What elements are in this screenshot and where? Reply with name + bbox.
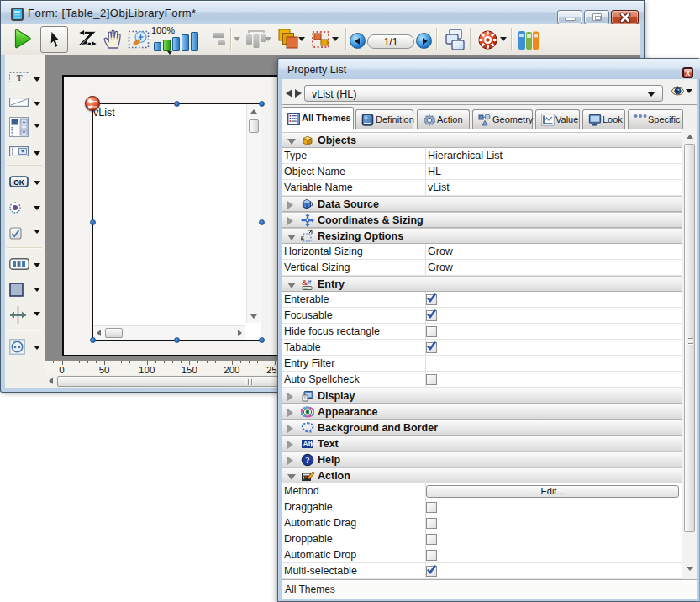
section-objects[interactable]: Objects	[282, 132, 682, 148]
tab-look[interactable]: Look	[582, 109, 625, 129]
minimize-button[interactable]	[557, 10, 582, 24]
next-object-button[interactable]	[295, 89, 302, 98]
palette-listbox-tool[interactable]	[5, 256, 45, 276]
tab-all-themes[interactable]: All Themes	[282, 107, 354, 129]
checkbox-unchecked[interactable]	[426, 534, 437, 545]
section-data-source[interactable]: Data Source	[282, 196, 682, 212]
checkbox-unchecked[interactable]	[426, 518, 437, 529]
expand-triangle-icon[interactable]	[287, 201, 293, 209]
property-row-focusable[interactable]: Focusable	[282, 308, 682, 324]
property-row-enterable[interactable]: Enterable	[282, 292, 682, 308]
property-value[interactable]: vList	[428, 182, 450, 193]
zoom-widget[interactable]: 100%	[154, 25, 206, 54]
next-page-button[interactable]	[416, 33, 432, 49]
align-button[interactable]	[212, 31, 230, 48]
section-text[interactable]: AbText	[282, 436, 682, 452]
palette-button-tool[interactable]: OK	[5, 173, 45, 193]
section-coordinates-sizing[interactable]: Coordinates & Sizing	[282, 212, 682, 228]
vlist-vscroll-thumb[interactable]	[249, 119, 259, 133]
property-value[interactable]: Grow	[428, 261, 453, 273]
palette-dropdown-icon[interactable]	[34, 288, 40, 292]
selection-handle[interactable]	[174, 337, 180, 343]
section-action[interactable]: Action	[282, 467, 682, 483]
palette-splitter-tool[interactable]	[5, 304, 45, 325]
property-value[interactable]: Grow	[428, 246, 453, 257]
zoom-bar[interactable]	[154, 42, 161, 51]
property-row-hide-focus-rectangle[interactable]: Hide focus rectangle	[282, 324, 682, 340]
palette-radio-tool[interactable]	[5, 198, 45, 219]
group-dropdown-icon[interactable]	[332, 37, 339, 41]
section-display[interactable]: Display	[282, 388, 682, 404]
palette-checkbox-tool[interactable]	[5, 222, 45, 242]
property-value[interactable]: HL	[428, 166, 441, 177]
palette-list-tool[interactable]	[5, 116, 45, 136]
distribute-dropdown-icon[interactable]	[265, 37, 271, 41]
tab-geometry[interactable]: Geometry	[472, 109, 533, 129]
selection-handle[interactable]	[174, 101, 180, 107]
expand-triangle-icon[interactable]	[287, 217, 293, 225]
selection-handle[interactable]	[90, 337, 96, 343]
checkbox-unchecked[interactable]	[426, 502, 437, 513]
select-tool-button[interactable]	[40, 26, 68, 53]
palette-rectangle-tool[interactable]	[5, 280, 45, 300]
checkbox-checked[interactable]	[426, 310, 437, 321]
property-row-automatic-drag[interactable]: Automatic Drag	[282, 515, 682, 531]
collapse-triangle-icon[interactable]	[287, 474, 296, 480]
palette-dropdown-icon[interactable]	[34, 124, 40, 128]
canvas-scroll-left-button[interactable]	[45, 375, 56, 388]
palette-text-tool[interactable]: T	[5, 70, 45, 90]
palette-dropdown-icon[interactable]	[34, 312, 40, 316]
palette-dropdown-icon[interactable]	[34, 230, 40, 234]
property-row-type[interactable]: TypeHierarchical List	[282, 148, 682, 164]
expand-triangle-icon[interactable]	[287, 393, 293, 401]
selection-handle[interactable]	[90, 219, 96, 225]
checkbox-unchecked[interactable]	[426, 326, 437, 337]
property-value[interactable]: Hierarchical List	[428, 150, 503, 161]
expand-triangle-icon[interactable]	[287, 441, 293, 449]
palette-dropdown-icon[interactable]	[34, 346, 40, 350]
vlist-vertical-scrollbar[interactable]	[246, 104, 261, 323]
palette-line-tool[interactable]	[5, 94, 45, 114]
property-row-entry-filter[interactable]: Entry Filter	[282, 356, 682, 372]
checkbox-checked[interactable]	[426, 294, 437, 305]
property-row-horizontal-sizing[interactable]: Horizontal SizingGrow	[282, 244, 682, 260]
checkbox-unchecked[interactable]	[426, 550, 437, 561]
checkbox-checked[interactable]	[426, 342, 437, 353]
scroll-down-icon[interactable]	[687, 567, 693, 571]
zoom-bar[interactable]	[191, 32, 198, 51]
actions-menu-button[interactable]	[478, 30, 497, 50]
scroll-down-icon[interactable]	[250, 314, 257, 319]
property-row-droppable[interactable]: Droppable	[282, 531, 682, 547]
collapse-triangle-icon[interactable]	[287, 283, 296, 288]
display-views-button[interactable]	[443, 29, 466, 52]
property-row-automatic-drop[interactable]: Automatic Drop	[282, 547, 682, 563]
scroll-right-icon[interactable]	[238, 330, 242, 336]
expand-triangle-icon[interactable]	[287, 457, 293, 465]
selection-handle[interactable]	[259, 101, 265, 107]
vlist-hscroll-thumb[interactable]	[105, 328, 123, 338]
collapse-triangle-icon[interactable]	[287, 235, 296, 240]
checkbox-checked[interactable]	[426, 566, 437, 577]
palette-dropdown-icon[interactable]	[34, 151, 40, 156]
object-events-badge[interactable]	[85, 96, 100, 111]
previous-object-button[interactable]	[286, 89, 292, 98]
move-tool-icon[interactable]	[103, 29, 124, 50]
section-help[interactable]: ?Help	[282, 452, 682, 467]
tab-action[interactable]: Action	[417, 109, 470, 129]
scroll-up-icon[interactable]	[250, 109, 257, 114]
tab-specific[interactable]: Specific	[628, 109, 683, 129]
zoom-bar-current[interactable]	[163, 40, 171, 51]
group-button[interactable]	[311, 30, 331, 49]
zoom-bar[interactable]	[172, 37, 180, 51]
expand-triangle-icon[interactable]	[287, 409, 293, 417]
palette-plugin-tool[interactable]	[5, 338, 45, 358]
scroll-left-icon[interactable]	[97, 330, 101, 336]
palette-dropdown-icon[interactable]	[34, 263, 40, 267]
entry-order-tool-icon[interactable]	[76, 29, 97, 49]
eye-icon[interactable]	[671, 85, 684, 97]
palette-dropdown-icon[interactable]	[34, 102, 40, 106]
palette-dropdown-icon[interactable]	[34, 206, 40, 210]
property-list-close-button[interactable]: x	[682, 67, 693, 78]
close-button[interactable]	[611, 10, 639, 24]
library-button[interactable]	[518, 29, 540, 50]
